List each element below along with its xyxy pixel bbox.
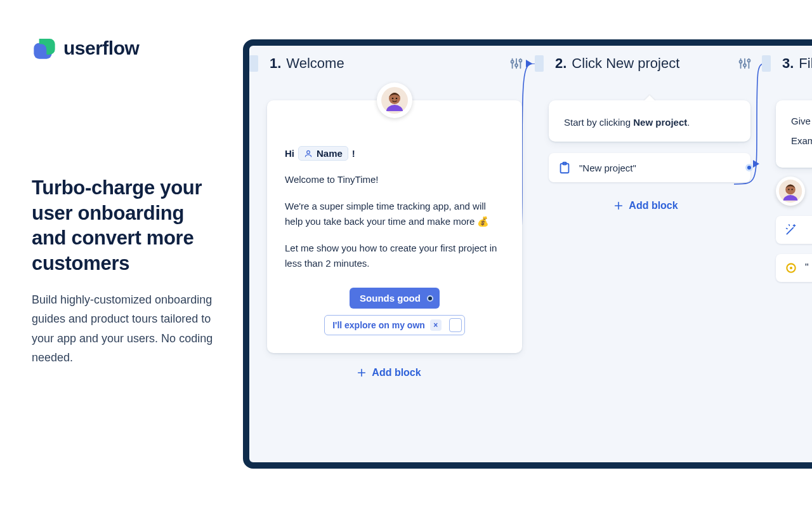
svg-point-6 bbox=[519, 59, 521, 62]
name-chip-label: Name bbox=[317, 148, 343, 159]
hero-subtitle: Build highly-customized onboarding guide… bbox=[32, 290, 222, 368]
avatar bbox=[377, 83, 412, 118]
hero-title: Turbo-charge your user onboarding and co… bbox=[32, 175, 222, 276]
avatar bbox=[776, 177, 805, 206]
step-number: 1. bbox=[270, 55, 281, 72]
step-title: Click New project bbox=[572, 55, 679, 72]
plus-icon bbox=[613, 201, 624, 211]
step-number: 3. bbox=[782, 55, 794, 72]
sounds-good-label: Sounds good bbox=[360, 293, 421, 304]
brand-name: userflow bbox=[63, 37, 139, 59]
greeting-line: Hi Name ! bbox=[285, 146, 504, 161]
greeting-prefix: Hi bbox=[285, 148, 294, 159]
tooltip-card[interactable]: Give Exam bbox=[776, 100, 812, 168]
magic-wand-icon bbox=[785, 224, 797, 236]
flow-editor-window: 1. Welcome bbox=[243, 39, 812, 469]
step-marker bbox=[535, 55, 544, 72]
step-number: 2. bbox=[555, 55, 566, 72]
step-marker bbox=[762, 55, 771, 72]
flow-step-2[interactable]: 2. Click New project Start by clicking N… bbox=[535, 46, 757, 211]
step3-line1: Give bbox=[791, 116, 812, 126]
svg-point-23 bbox=[788, 189, 789, 190]
explore-label: I'll explore on my own bbox=[332, 320, 425, 330]
userflow-logo-icon bbox=[32, 36, 57, 61]
step-marker bbox=[249, 55, 258, 72]
tooltip-card[interactable]: Start by clicking New project. bbox=[549, 100, 750, 142]
add-block-button[interactable]: Add block bbox=[535, 200, 757, 211]
svg-point-12 bbox=[307, 150, 310, 154]
clipboard-icon bbox=[558, 161, 572, 175]
plus-icon bbox=[357, 368, 367, 378]
svg-point-11 bbox=[396, 98, 398, 100]
sounds-good-button[interactable]: Sounds good bbox=[350, 288, 440, 309]
target-element-block[interactable]: "New project" bbox=[549, 153, 750, 182]
arrow-right-icon bbox=[753, 160, 759, 168]
flow-output-handle[interactable] bbox=[427, 295, 433, 302]
svg-point-26 bbox=[790, 267, 792, 269]
highlight-quote: " bbox=[805, 262, 809, 274]
svg-point-10 bbox=[392, 98, 394, 100]
greeting-suffix: ! bbox=[352, 148, 355, 159]
svg-point-2 bbox=[511, 60, 514, 63]
target-label: "New project" bbox=[579, 163, 636, 173]
sliders-icon[interactable] bbox=[738, 57, 752, 70]
svg-point-16 bbox=[743, 64, 746, 67]
drag-handle[interactable] bbox=[449, 318, 462, 332]
svg-point-24 bbox=[791, 189, 792, 190]
welcome-para-3: Let me show you how to create your first… bbox=[285, 241, 504, 271]
tooltip-arrow-icon bbox=[644, 95, 655, 101]
add-block-label: Add block bbox=[629, 200, 678, 211]
flow-step-3[interactable]: 3. Fill Give Exam bbox=[762, 46, 812, 282]
welcome-para-1: Welcome to TinyTime! bbox=[285, 172, 504, 187]
avatar-icon bbox=[778, 178, 803, 204]
step-title: Fill bbox=[799, 55, 812, 72]
svg-point-4 bbox=[515, 64, 518, 67]
flow-step-1[interactable]: 1. Welcome bbox=[249, 46, 528, 378]
arrow-right-icon bbox=[526, 60, 532, 67]
svg-point-18 bbox=[747, 59, 750, 62]
step-title: Welcome bbox=[286, 55, 344, 72]
avatar-icon bbox=[380, 86, 409, 115]
add-block-button[interactable]: Add block bbox=[249, 367, 528, 378]
close-icon[interactable]: × bbox=[430, 319, 442, 331]
tooltip-text: Start by clicking New project. bbox=[564, 117, 735, 128]
flow-output-handle[interactable] bbox=[745, 164, 753, 171]
highlight-block[interactable]: " bbox=[776, 254, 812, 282]
add-block-label: Add block bbox=[372, 367, 421, 378]
welcome-para-2: We're a super simple time tracking app, … bbox=[285, 199, 504, 229]
sliders-icon[interactable] bbox=[509, 57, 523, 70]
name-variable-chip[interactable]: Name bbox=[298, 146, 348, 161]
autofill-block[interactable] bbox=[776, 216, 812, 244]
svg-point-14 bbox=[740, 60, 742, 63]
step3-line2: Exam bbox=[791, 135, 812, 146]
welcome-card[interactable]: Hi Name ! Welcome to TinyTime! We're a s… bbox=[267, 100, 522, 353]
explore-button[interactable]: I'll explore on my own × bbox=[324, 315, 465, 335]
target-ring-icon bbox=[785, 262, 797, 274]
user-icon bbox=[304, 149, 313, 158]
brand-logo: userflow bbox=[32, 36, 222, 61]
